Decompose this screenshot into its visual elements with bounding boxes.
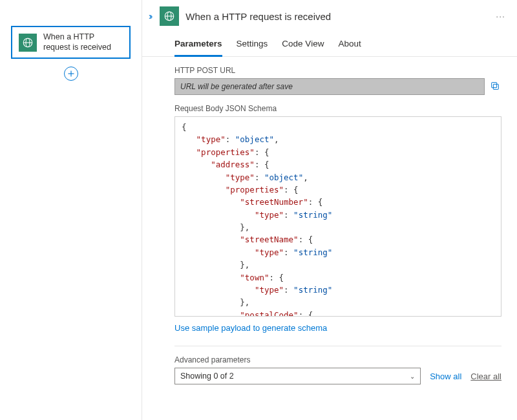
http-post-url-label: HTTP POST URL xyxy=(174,66,501,75)
add-step-button[interactable] xyxy=(64,67,78,81)
svg-rect-9 xyxy=(492,83,497,88)
tab-code-view[interactable]: Code View xyxy=(282,35,324,57)
schema-label: Request Body JSON Schema xyxy=(174,104,501,113)
http-trigger-icon xyxy=(19,34,37,52)
chevron-down-icon: ⌄ xyxy=(410,373,415,380)
tab-settings[interactable]: Settings xyxy=(237,35,268,57)
show-all-link[interactable]: Show all xyxy=(430,372,461,381)
panel-title: When a HTTP request is received xyxy=(185,11,487,22)
tab-parameters[interactable]: Parameters xyxy=(174,35,222,57)
more-menu-icon[interactable]: ··· xyxy=(493,11,508,21)
copy-url-icon[interactable] xyxy=(490,81,501,92)
json-schema-editor[interactable]: { "type": "object", "properties": { "add… xyxy=(174,116,501,317)
trigger-node-label: When a HTTP request is received xyxy=(43,32,123,52)
http-post-url-field: URL will be generated after save xyxy=(174,78,485,95)
advanced-params-label: Advanced parameters xyxy=(174,355,501,364)
clear-all-link[interactable]: Clear all xyxy=(470,372,501,381)
svg-rect-8 xyxy=(493,84,498,89)
trigger-node-card[interactable]: When a HTTP request is received xyxy=(11,26,131,59)
use-sample-payload-link[interactable]: Use sample payload to generate schema xyxy=(174,323,327,333)
collapse-panel-icon[interactable]: ›› xyxy=(149,11,151,21)
advanced-params-dropdown[interactable]: Showing 0 of 2 ⌄ xyxy=(174,368,421,384)
advanced-params-value: Showing 0 of 2 xyxy=(180,372,234,381)
http-trigger-icon xyxy=(160,6,179,26)
tab-about[interactable]: About xyxy=(338,35,361,57)
